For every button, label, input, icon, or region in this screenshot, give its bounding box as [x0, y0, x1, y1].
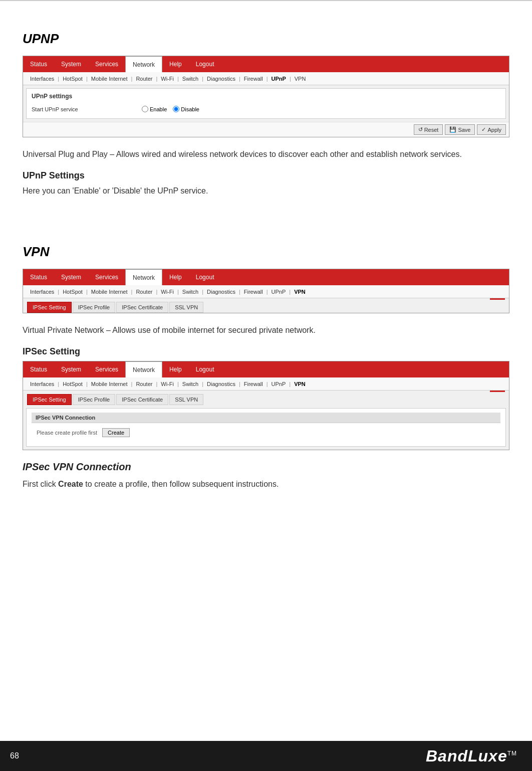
ipsec-panel: IPSec VPN Connection Please create profi…: [26, 408, 506, 447]
ipsec-heading: IPSec Setting: [23, 346, 509, 357]
vpn-nav-network[interactable]: Network: [125, 269, 162, 285]
save-button[interactable]: 💾 Save: [445, 124, 475, 135]
sub-nav-upnp[interactable]: UPnP: [269, 75, 289, 83]
ipsec-screenshot: Status System Services Network Help Logo…: [23, 361, 509, 450]
ipsec-instruction: First click Create to create a profile, …: [23, 478, 509, 491]
ipsec-sub-wifi[interactable]: Wi-Fi: [158, 380, 177, 388]
nav-system[interactable]: System: [54, 56, 88, 72]
vpn-nav-help[interactable]: Help: [162, 269, 189, 285]
ipsec-placeholder-text: Please create profile first: [37, 430, 97, 436]
ipsec-instruction-bold: Create: [58, 480, 83, 488]
nav-services[interactable]: Services: [88, 56, 125, 72]
ipsec-nav-network[interactable]: Network: [125, 361, 162, 377]
vpn-nav-system[interactable]: System: [54, 269, 88, 285]
sub-nav-mobile-internet[interactable]: Mobile Internet: [88, 75, 131, 83]
ipsec-nav-services[interactable]: Services: [88, 361, 125, 377]
vpn-sub-switch[interactable]: Switch: [179, 288, 201, 296]
vpn-nav-bar: Status System Services Network Help Logo…: [23, 269, 509, 285]
ipsec-sub-hotspot[interactable]: HotSpot: [60, 380, 86, 388]
vpn-tab-ipsec-setting[interactable]: IPSec Setting: [27, 302, 72, 313]
upnp-enable-radio[interactable]: [142, 106, 148, 112]
ipsec-sub-firewall[interactable]: Firewall: [241, 380, 266, 388]
upnp-section-title: UPNP: [23, 31, 509, 47]
sub-nav-diagnostics[interactable]: Diagnostics: [204, 75, 238, 83]
reset-button[interactable]: ↺ Reset: [414, 124, 443, 135]
ipsec-tab-ssl[interactable]: SSL VPN: [169, 394, 203, 405]
reset-icon: ↺: [418, 126, 423, 133]
vpn-sub-vpn[interactable]: VPN: [291, 288, 309, 296]
ipsec-sub-interfaces[interactable]: Interfaces: [27, 380, 57, 388]
apply-icon: ✓: [481, 126, 486, 133]
ipsec-tab-setting[interactable]: IPSec Setting: [27, 394, 72, 405]
upnp-settings-description: Here you can 'Enable' or 'Disable' the U…: [23, 185, 509, 197]
upnp-enable-option[interactable]: Enable: [142, 106, 167, 112]
nav-logout[interactable]: Logout: [189, 56, 221, 72]
nav-network[interactable]: Network: [125, 56, 162, 72]
upnp-settings-panel: UPnP settings Start UPnP service Enable …: [26, 88, 506, 119]
vpn-sub-diagnostics[interactable]: Diagnostics: [204, 288, 238, 296]
ipsec-sub-switch[interactable]: Switch: [179, 380, 201, 388]
vpn-sub-upnp[interactable]: UPnP: [269, 288, 289, 296]
reset-label: Reset: [424, 127, 439, 133]
ipsec-nav-system[interactable]: System: [54, 361, 88, 377]
upnp-sub-nav: Interfaces | HotSpot | Mobile Internet |…: [23, 72, 509, 85]
vpn-nav-services[interactable]: Services: [88, 269, 125, 285]
sub-nav-wifi[interactable]: Wi-Fi: [158, 75, 177, 83]
nav-status[interactable]: Status: [23, 56, 54, 72]
vpn-tab-ipsec-profile[interactable]: IPSec Profile: [73, 302, 116, 313]
ipsec-nav-status[interactable]: Status: [23, 361, 54, 377]
upnp-settings-heading: UPnP Settings: [23, 170, 509, 181]
footer: 68 BandLuxeTM: [0, 741, 532, 771]
vpn-section-title: VPN: [23, 244, 509, 260]
sub-nav-hotspot[interactable]: HotSpot: [60, 75, 86, 83]
upnp-disable-label: Disable: [181, 106, 199, 112]
ipsec-sub-vpn[interactable]: VPN: [291, 380, 309, 388]
sub-nav-vpn[interactable]: VPN: [292, 75, 309, 83]
upnp-action-bar: ↺ Reset 💾 Save ✓ Apply: [23, 122, 509, 137]
ipsec-tab-profile[interactable]: IPSec Profile: [73, 394, 116, 405]
ipsec-nav-help[interactable]: Help: [162, 361, 189, 377]
ipsec-nav-bar: Status System Services Network Help Logo…: [23, 361, 509, 377]
vpn-sub-router[interactable]: Router: [133, 288, 155, 296]
sub-nav-switch[interactable]: Switch: [179, 75, 201, 83]
vpn-description: Virtual Private Network – Allows use of …: [23, 324, 509, 336]
sub-nav-router[interactable]: Router: [133, 75, 155, 83]
sub-nav-interfaces[interactable]: Interfaces: [27, 75, 57, 83]
save-icon: 💾: [449, 126, 456, 133]
upnp-screenshot: Status System Services Network Help Logo…: [23, 56, 509, 137]
vpn-tabs: IPSec Setting IPSec Profile IPSec Certif…: [23, 300, 509, 313]
apply-button[interactable]: ✓ Apply: [477, 124, 506, 135]
nav-help[interactable]: Help: [162, 56, 189, 72]
ipsec-sub-nav: Interfaces | HotSpot | Mobile Internet |…: [23, 377, 509, 391]
apply-label: Apply: [487, 127, 501, 133]
vpn-sub-interfaces[interactable]: Interfaces: [27, 288, 57, 296]
upnp-disable-radio[interactable]: [173, 106, 179, 112]
ipsec-sub-diagnostics[interactable]: Diagnostics: [204, 380, 238, 388]
vpn-sub-firewall[interactable]: Firewall: [241, 288, 266, 296]
vpn-sub-mobile[interactable]: Mobile Internet: [88, 288, 131, 296]
ipsec-nav-logout[interactable]: Logout: [189, 361, 221, 377]
vpn-nav-status[interactable]: Status: [23, 269, 54, 285]
vpn-nav-logout[interactable]: Logout: [189, 269, 221, 285]
ipsec-vpn-tabs: IPSec Setting IPSec Profile IPSec Certif…: [23, 392, 509, 405]
upnp-controls: Enable Disable: [142, 106, 199, 112]
ipsec-tab-cert[interactable]: IPSec Certificate: [116, 394, 168, 405]
ipsec-instruction-part1: First click: [23, 480, 58, 488]
vpn-sub-nav: Interfaces | HotSpot | Mobile Internet |…: [23, 285, 509, 298]
ipsec-connection-heading: IPSec VPN Connection: [23, 461, 509, 473]
ipsec-sub-router[interactable]: Router: [133, 380, 155, 388]
sub-nav-firewall[interactable]: Firewall: [241, 75, 266, 83]
ipsec-sub-mobile[interactable]: Mobile Internet: [88, 380, 131, 388]
ipsec-create-button[interactable]: Create: [102, 428, 130, 437]
vpn-tab-ssl[interactable]: SSL VPN: [169, 302, 203, 313]
upnp-description: Universal Plug and Play – Allows wired a…: [23, 148, 509, 160]
vpn-tab-ipsec-cert[interactable]: IPSec Certificate: [116, 302, 168, 313]
vpn-sub-hotspot[interactable]: HotSpot: [60, 288, 86, 296]
ipsec-instruction-part2: to create a profile, then follow subsequ…: [83, 480, 279, 488]
upnp-disable-option[interactable]: Disable: [173, 106, 199, 112]
brand-name: BandLuxe: [426, 747, 507, 765]
ipsec-sub-upnp[interactable]: UPnP: [269, 380, 289, 388]
vpn-sub-wifi[interactable]: Wi-Fi: [158, 288, 177, 296]
page-container: UPNP Status System Services Network Help…: [0, 0, 532, 771]
upnp-nav-bar: Status System Services Network Help Logo…: [23, 56, 509, 72]
